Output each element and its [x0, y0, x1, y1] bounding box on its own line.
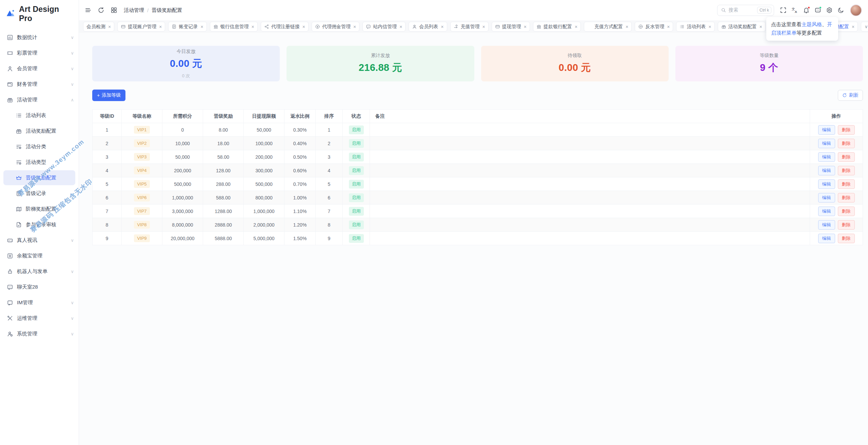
close-icon[interactable]: ×: [524, 24, 527, 30]
app-logo[interactable]: Art Design Pro: [0, 0, 79, 26]
sidebar-item-晋级奖励配置[interactable]: 晋级奖励配置: [3, 170, 75, 185]
avatar[interactable]: [850, 4, 862, 16]
tab-反水管理[interactable]: 反水管理×: [635, 22, 673, 32]
delete-button[interactable]: 删除: [838, 179, 855, 189]
edit-button[interactable]: 编辑: [818, 207, 835, 216]
tab-活动奖励配置[interactable]: 活动奖励配置×: [718, 22, 766, 32]
close-icon[interactable]: ×: [399, 24, 402, 30]
close-icon[interactable]: ×: [482, 24, 485, 30]
bell-icon[interactable]: [801, 4, 812, 16]
close-icon[interactable]: ×: [667, 24, 670, 30]
daily-limit-cell: 100,000: [244, 137, 284, 150]
message-icon[interactable]: [812, 4, 824, 16]
tab-提现管理[interactable]: 提现管理×: [492, 22, 530, 32]
column-header-返水比例: 返水比例: [284, 110, 316, 123]
tab-代理注册链接[interactable]: 代理注册链接×: [261, 22, 309, 32]
delete-button[interactable]: 删除: [838, 139, 855, 148]
close-icon[interactable]: ×: [252, 24, 254, 30]
sidebar-item-运维管理[interactable]: 运维管理∨: [0, 311, 79, 326]
sidebar-item-晋级记录[interactable]: 晋级记录: [0, 186, 79, 201]
close-icon[interactable]: ×: [108, 24, 111, 30]
tab-会员检测[interactable]: 会员检测×: [83, 22, 114, 32]
sidebar-item-系统管理[interactable]: 系统管理∨: [0, 326, 79, 341]
sidebar-item-阶梯奖励配置[interactable]: 阶梯奖励配置: [0, 201, 79, 216]
sidebar-item-活动类型[interactable]: 活动类型: [0, 155, 79, 170]
tab-提款银行配置[interactable]: 提款银行配置×: [533, 22, 581, 32]
sidebar-item-余额宝管理[interactable]: 余额宝管理: [0, 248, 79, 263]
tab-站内信管理[interactable]: 站内信管理×: [362, 22, 406, 32]
remark-cell: [370, 123, 810, 137]
edit-button[interactable]: 编辑: [818, 179, 835, 189]
logo-mountain-icon: [5, 8, 16, 20]
sidebar-item-活动管理[interactable]: 活动管理∧: [0, 92, 79, 107]
delete-button[interactable]: 删除: [838, 152, 855, 162]
sidebar-item-机器人与发单[interactable]: 机器人与发单∨: [0, 264, 79, 279]
delete-button[interactable]: 删除: [838, 125, 855, 135]
fullscreen-icon[interactable]: [777, 4, 789, 16]
tab-代理佣金管理[interactable]: 代理佣金管理×: [312, 22, 359, 32]
sidebar-item-会员管理[interactable]: 会员管理∨: [0, 61, 79, 76]
edit-button[interactable]: 编辑: [818, 193, 835, 202]
close-icon[interactable]: ×: [626, 24, 628, 30]
tab-提现账户管理[interactable]: 提现账户管理×: [117, 22, 165, 32]
rebate-cell: 1.50%: [284, 232, 316, 245]
points-cell: 500,000: [162, 177, 203, 191]
settings-icon[interactable]: [824, 4, 835, 16]
tab-活动列表[interactable]: 活动列表×: [676, 22, 714, 32]
close-icon[interactable]: ×: [575, 24, 577, 30]
sidebar-item-真人视讯[interactable]: 真人视讯∨: [0, 233, 79, 248]
moon-icon[interactable]: [835, 4, 847, 16]
tooltip-text: 点击这里查看: [771, 21, 802, 27]
close-icon[interactable]: ×: [708, 24, 711, 30]
tabs-more-button[interactable]: ∨: [861, 22, 868, 32]
edit-button[interactable]: 编辑: [818, 139, 835, 148]
edit-button[interactable]: 编辑: [818, 125, 835, 135]
edit-button[interactable]: 编辑: [818, 166, 835, 175]
tab-充值管理[interactable]: 充值管理×: [450, 22, 489, 32]
delete-button[interactable]: 删除: [838, 166, 855, 175]
close-icon[interactable]: ×: [353, 24, 356, 30]
sidebar-item-活动奖励配置[interactable]: 活动奖励配置: [0, 123, 79, 138]
hamburger-menu-icon[interactable]: [82, 4, 94, 16]
sidebar-item-聊天室28[interactable]: 聊天室28: [0, 279, 79, 294]
delete-button[interactable]: 删除: [838, 193, 855, 202]
actions-cell: 编辑删除: [810, 137, 863, 150]
apps-grid-icon[interactable]: [108, 4, 120, 16]
theme-style-link[interactable]: 主题风格: [802, 21, 822, 27]
tab-会员列表[interactable]: 会员列表×: [409, 22, 447, 32]
sidebar-item-彩票管理[interactable]: 彩票管理∨: [0, 45, 79, 60]
tab-账变记录[interactable]: 账变记录×: [168, 22, 206, 32]
level-name-badge: VIP3: [134, 153, 150, 161]
delete-button[interactable]: 删除: [838, 234, 855, 243]
delete-button[interactable]: 删除: [838, 207, 855, 216]
edit-button[interactable]: 编辑: [818, 220, 835, 230]
sidebar-item-数据统计[interactable]: 数据统计∨: [0, 30, 79, 45]
edit-button[interactable]: 编辑: [818, 234, 835, 243]
translate-icon[interactable]: [789, 4, 801, 16]
breadcrumb-section[interactable]: 活动管理: [124, 7, 144, 14]
delete-button[interactable]: 删除: [838, 220, 855, 230]
tab-银行信息管理[interactable]: 银行信息管理×: [210, 22, 258, 32]
sidebar-item-活动列表[interactable]: 活动列表: [0, 108, 79, 123]
tab-充值方式配置[interactable]: 充值方式配置×: [584, 22, 632, 32]
sidebar-item-财务管理[interactable]: 财务管理∨: [0, 77, 79, 92]
edit-button[interactable]: 编辑: [818, 152, 835, 162]
sidebar-item-活动分类[interactable]: 活动分类: [0, 139, 79, 154]
close-icon[interactable]: ×: [441, 24, 443, 30]
add-level-button[interactable]: + 添加等级: [92, 90, 125, 101]
table-row: 2VIP210,00018.00100,0000.40%2启用编辑删除: [93, 137, 863, 150]
status-badge: 启用: [349, 153, 364, 161]
close-icon[interactable]: ×: [302, 24, 305, 30]
refresh-table-button[interactable]: 刷新: [838, 90, 863, 101]
sidebar-item-IM管理[interactable]: IM管理∨: [0, 295, 79, 310]
column-header-排序: 排序: [316, 110, 343, 123]
close-icon[interactable]: ×: [760, 24, 762, 30]
reload-page-icon[interactable]: [95, 4, 107, 16]
status-cell: 启用: [343, 164, 370, 177]
close-icon[interactable]: ×: [159, 24, 162, 30]
close-icon[interactable]: ×: [200, 24, 203, 30]
search-input[interactable]: 搜索 Ctrl k: [717, 5, 774, 16]
sidebar-item-参与记录审核[interactable]: 参与记录审核: [0, 217, 79, 232]
chat-icon: [7, 284, 13, 290]
close-icon[interactable]: ×: [852, 24, 854, 30]
